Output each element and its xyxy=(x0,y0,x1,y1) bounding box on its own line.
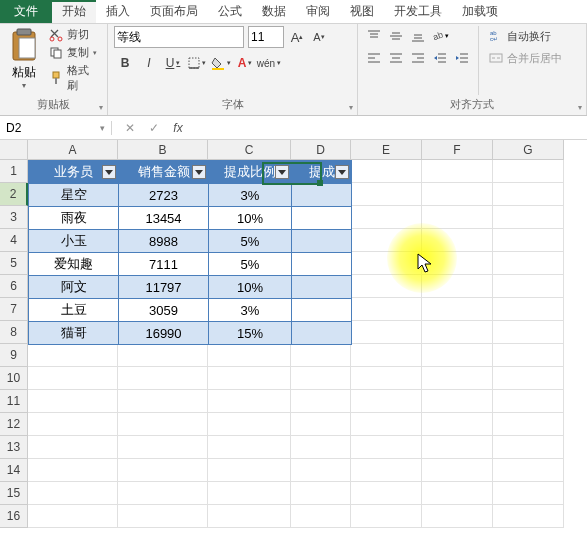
table-cell[interactable]: 土豆 xyxy=(29,299,119,322)
table-cell[interactable]: 10% xyxy=(209,207,292,230)
cell[interactable] xyxy=(28,390,118,413)
table-cell[interactable]: 3059 xyxy=(119,299,209,322)
cell[interactable] xyxy=(118,436,208,459)
row-header-11[interactable]: 11 xyxy=(0,390,28,413)
border-button[interactable] xyxy=(186,52,208,74)
table-cell[interactable]: 猫哥 xyxy=(29,322,119,345)
row-header-10[interactable]: 10 xyxy=(0,367,28,390)
cell[interactable] xyxy=(422,436,493,459)
align-bottom-button[interactable] xyxy=(408,26,428,46)
table-cell[interactable]: 11797 xyxy=(119,276,209,299)
table-cell[interactable] xyxy=(292,276,352,299)
row-header-12[interactable]: 12 xyxy=(0,413,28,436)
table-cell[interactable] xyxy=(292,299,352,322)
cell[interactable] xyxy=(28,413,118,436)
cell[interactable] xyxy=(422,275,493,298)
cell[interactable] xyxy=(351,275,422,298)
cell[interactable] xyxy=(208,482,291,505)
table-cell[interactable]: 星空 xyxy=(29,184,119,207)
row-header-6[interactable]: 6 xyxy=(0,275,28,298)
cell[interactable] xyxy=(493,321,564,344)
cell[interactable] xyxy=(351,482,422,505)
cell[interactable] xyxy=(493,183,564,206)
table-cell[interactable] xyxy=(292,322,352,345)
cell[interactable] xyxy=(28,436,118,459)
cell[interactable] xyxy=(422,252,493,275)
format-painter-button[interactable]: 格式刷 xyxy=(47,62,101,94)
merge-center-button[interactable]: 合并后居中 xyxy=(485,48,566,68)
tab-addins[interactable]: 加载项 xyxy=(452,0,508,23)
cell[interactable] xyxy=(291,390,351,413)
table-cell[interactable]: 阿文 xyxy=(29,276,119,299)
cell[interactable] xyxy=(493,505,564,528)
cell[interactable] xyxy=(118,482,208,505)
cell[interactable] xyxy=(493,298,564,321)
cell[interactable] xyxy=(422,229,493,252)
cell[interactable] xyxy=(291,459,351,482)
tab-review[interactable]: 审阅 xyxy=(296,0,340,23)
cell[interactable] xyxy=(28,459,118,482)
cell[interactable] xyxy=(118,413,208,436)
italic-button[interactable]: I xyxy=(138,52,160,74)
cell[interactable] xyxy=(351,298,422,321)
cell[interactable] xyxy=(422,505,493,528)
cell[interactable] xyxy=(351,321,422,344)
select-all-corner[interactable] xyxy=(0,140,28,160)
table-cell[interactable]: 3% xyxy=(209,184,292,207)
row-header-1[interactable]: 1 xyxy=(0,160,28,183)
phonetic-button[interactable]: wén xyxy=(258,52,280,74)
cell[interactable] xyxy=(422,367,493,390)
table-header[interactable]: 提成 xyxy=(292,161,352,184)
increase-indent-button[interactable] xyxy=(452,48,472,68)
cell[interactable] xyxy=(291,505,351,528)
align-left-button[interactable] xyxy=(364,48,384,68)
row-header-3[interactable]: 3 xyxy=(0,206,28,229)
cell[interactable] xyxy=(422,459,493,482)
cell[interactable] xyxy=(208,344,291,367)
table-header[interactable]: 提成比例 xyxy=(209,161,292,184)
fill-color-button[interactable] xyxy=(210,52,232,74)
cell[interactable] xyxy=(208,413,291,436)
row-header-4[interactable]: 4 xyxy=(0,229,28,252)
tab-formulas[interactable]: 公式 xyxy=(208,0,252,23)
underline-button[interactable]: U xyxy=(162,52,184,74)
table-cell[interactable]: 3% xyxy=(209,299,292,322)
cell[interactable] xyxy=(422,183,493,206)
table-cell[interactable]: 5% xyxy=(209,230,292,253)
row-header-9[interactable]: 9 xyxy=(0,344,28,367)
table-cell[interactable]: 5% xyxy=(209,253,292,276)
col-header-B[interactable]: B xyxy=(118,140,208,160)
font-color-button[interactable]: A xyxy=(234,52,256,74)
filter-dropdown-icon[interactable] xyxy=(335,165,349,179)
cell[interactable] xyxy=(208,505,291,528)
filter-dropdown-icon[interactable] xyxy=(192,165,206,179)
cell[interactable] xyxy=(493,459,564,482)
decrease-indent-button[interactable] xyxy=(430,48,450,68)
table-cell[interactable]: 10% xyxy=(209,276,292,299)
cell[interactable] xyxy=(493,367,564,390)
table-cell[interactable] xyxy=(292,253,352,276)
table-cell[interactable]: 爱知趣 xyxy=(29,253,119,276)
cell[interactable] xyxy=(493,252,564,275)
align-center-button[interactable] xyxy=(386,48,406,68)
cell[interactable] xyxy=(351,206,422,229)
enter-formula-button[interactable]: ✓ xyxy=(144,118,164,138)
cell[interactable] xyxy=(422,160,493,183)
table-header[interactable]: 业务员 xyxy=(29,161,119,184)
table-header[interactable]: 销售金额 xyxy=(119,161,209,184)
table-cell[interactable]: 7111 xyxy=(119,253,209,276)
cell[interactable] xyxy=(208,390,291,413)
cut-button[interactable]: 剪切 xyxy=(47,26,101,43)
cell[interactable] xyxy=(351,459,422,482)
col-header-C[interactable]: C xyxy=(208,140,291,160)
cell[interactable] xyxy=(351,436,422,459)
cell[interactable] xyxy=(351,160,422,183)
font-name-select[interactable] xyxy=(114,26,244,48)
row-header-14[interactable]: 14 xyxy=(0,459,28,482)
cell[interactable] xyxy=(422,482,493,505)
row-header-15[interactable]: 15 xyxy=(0,482,28,505)
cell[interactable] xyxy=(291,436,351,459)
cell[interactable] xyxy=(351,505,422,528)
filter-dropdown-icon[interactable] xyxy=(275,165,289,179)
cell[interactable] xyxy=(118,344,208,367)
